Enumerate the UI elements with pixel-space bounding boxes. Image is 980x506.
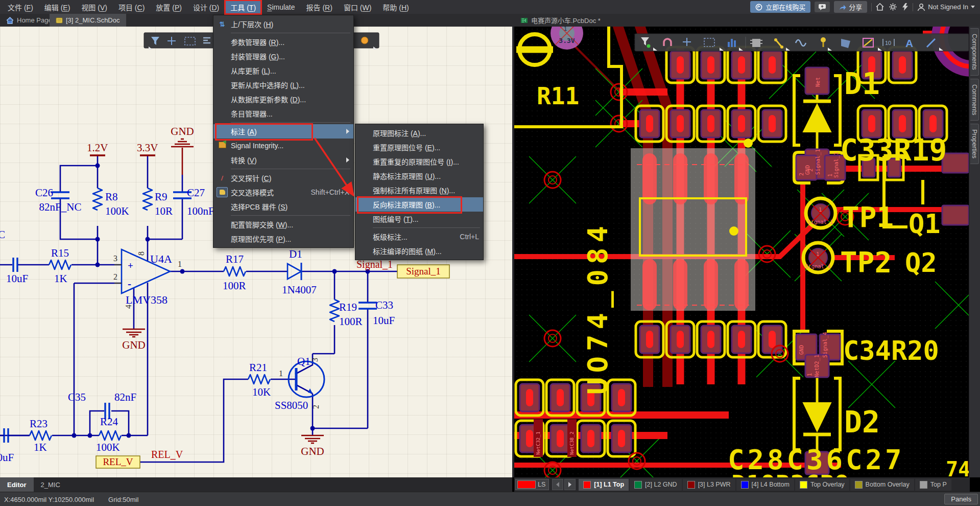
gear-icon[interactable] <box>889 3 897 11</box>
svg-text:3.3V: 3.3V <box>137 142 158 154</box>
layer-tab-[3] L3 PWR[interactable]: [3] L3 PWR <box>683 479 735 491</box>
menu-item-配置管脚交换[interactable]: 配置管脚交换 (W)... <box>213 217 353 232</box>
feedback-button[interactable] <box>815 2 830 12</box>
menu-separator <box>373 227 480 228</box>
layer-tab-strip: LS [1] L1 Top[2] L2 GND[3] L3 PWR[4] L4 … <box>514 477 970 492</box>
menu-separator <box>231 33 350 33</box>
home-icon[interactable] <box>876 3 884 11</box>
menu-视图[interactable]: 视图 (V) <box>76 1 112 14</box>
svg-text:GND: GND <box>301 445 324 457</box>
menu-item-静态标注原理图[interactable]: 静态标注原理图 (U)... <box>355 169 483 183</box>
titlebar-right-cluster: 立即在线购买 分享 <box>750 1 980 13</box>
svg-text:1.2V: 1.2V <box>87 142 108 154</box>
layer-tab-[2] L2 GND[interactable]: [2] L2 GND <box>630 479 682 491</box>
doc-tab-[3] 2_MIC.SchDoc[interactable]: [3] 2_MIC.SchDoc <box>50 14 126 27</box>
pcb-editor-pane[interactable]: R11 UO74_084 D1 C33R19 TP1 Q1 TP2 Q2 C34… <box>514 27 969 477</box>
doc-tab-电赛声源小车.PcbDoc *[interactable]: 电赛声源小车.PcbDoc * <box>514 14 607 27</box>
panel-tab-components[interactable]: Components <box>970 28 979 76</box>
menu-文件[interactable]: 文件 (F) <box>3 1 38 14</box>
svg-text:Signal_1: Signal_1 <box>815 149 821 175</box>
menu-item-从数据库更新参数[interactable]: 从数据库更新参数 (D)... <box>213 92 353 106</box>
svg-text:100R: 100R <box>223 280 246 292</box>
menu-项目[interactable]: 项目 (C) <box>113 1 150 14</box>
svg-text:Q1: Q1 <box>297 355 310 367</box>
menu-item-更新从库中选择的[interactable]: 更新从库中选择的 (L)... <box>213 78 353 92</box>
menu-item-重置重复的原理图位号[interactable]: 重置重复的原理图位号 (I)... <box>355 154 483 169</box>
svg-text:R9: R9 <box>155 191 168 203</box>
layer-tab-Top P[interactable]: Top P <box>915 479 951 491</box>
menu-工具[interactable]: 工具 (T) <box>225 1 261 14</box>
menu-item-标注[interactable]: 标注 (A) <box>213 124 353 139</box>
menu-编辑[interactable]: 编辑 (E) <box>39 1 76 14</box>
buy-online-button[interactable]: 立即在线购买 <box>750 1 810 13</box>
svg-text:D1: D1 <box>844 66 880 101</box>
svg-text:3: 3 <box>310 358 319 362</box>
svg-text:Q1: Q1 <box>909 209 941 239</box>
share-button[interactable]: 分享 <box>834 1 867 13</box>
panel-tab-properties[interactable]: Properties <box>970 124 979 164</box>
menu-item-条目管理器...[interactable]: 条目管理器... <box>213 106 353 121</box>
svg-text:C27: C27 <box>187 187 205 199</box>
svg-text:Signal_4: Signal_4 <box>822 332 828 358</box>
menu-窗口[interactable]: 窗口 (W) <box>339 1 376 14</box>
menu-item-强制标注所有原理图[interactable]: 强制标注所有原理图 (N)... <box>355 183 483 197</box>
svg-text:C35: C35 <box>68 391 86 403</box>
layer-scroll-right-button[interactable] <box>564 479 576 490</box>
menu-报告[interactable]: 报告 (R) <box>301 1 338 14</box>
svg-text:10R: 10R <box>155 205 173 217</box>
home-icon <box>6 17 14 24</box>
menu-item-标注编译的图纸[interactable]: 标注编译的图纸 (M)... <box>355 244 483 258</box>
svg-text:D19R26R9: D19R26R9 <box>731 470 849 477</box>
menu-item-重置原理图位号[interactable]: 重置原理图位号 (E)... <box>355 140 483 154</box>
menu-item-参数管理器[interactable]: 参数管理器 (R)... <box>213 35 353 49</box>
menu-设计[interactable]: 设计 (D) <box>188 1 224 14</box>
svg-text:R15: R15 <box>51 247 69 259</box>
layer-tab-[4] L4 Bottom[interactable]: [4] L4 Bottom <box>736 479 794 491</box>
layer-scroll-left-button[interactable] <box>552 479 563 490</box>
svg-text:R8: R8 <box>105 191 118 203</box>
bottom-tab-Editor[interactable]: Editor <box>0 477 34 492</box>
menu-item-Signal Integrity...[interactable]: Signal Integrity... <box>213 139 353 153</box>
panel-tab-comments[interactable]: Comments <box>970 79 979 121</box>
svg-text:NetC38_2: NetC38_2 <box>569 431 575 455</box>
menu-separator <box>231 169 350 169</box>
menu-item-板级标注...[interactable]: 板级标注...Ctrl+L <box>355 229 483 244</box>
menu-item-原理图标注[interactable]: 原理图标注 (A)... <box>355 126 483 140</box>
menu-item-从库更新[interactable]: 从库更新 (L)... <box>213 63 353 78</box>
flash-icon[interactable] <box>902 3 909 11</box>
menu-放置[interactable]: 放置 (P) <box>151 1 187 14</box>
menu-帮助[interactable]: 帮助 (H) <box>377 1 414 14</box>
menu-item-反向标注原理图[interactable]: 反向标注原理图 (B)... <box>355 197 483 212</box>
svg-text:2: 2 <box>798 173 804 176</box>
menu-item-选择PCB 器件[interactable]: 选择PCB 器件 (S) <box>213 199 353 214</box>
menu-item-转换[interactable]: 转换 (V) <box>213 153 353 167</box>
menu-item-交叉探针[interactable]: /交叉探针 (C) <box>213 171 353 185</box>
layer-set-chip[interactable]: LS <box>515 479 549 490</box>
panels-button[interactable]: Panels <box>944 494 978 504</box>
svg-text:R21: R21 <box>249 361 267 374</box>
probe-icon: / <box>213 174 231 182</box>
menu-item-图纸编号[interactable]: 图纸编号 (T)... <box>355 212 483 226</box>
svg-text:SS8050: SS8050 <box>275 399 308 411</box>
sign-in-menu[interactable]: Not Signed In <box>917 3 975 11</box>
svg-text:82nF_NC: 82nF_NC <box>39 201 82 213</box>
svg-text:GND: GND <box>798 345 804 355</box>
layer-tab-Bottom Overlay[interactable]: Bottom Overlay <box>850 479 914 491</box>
pcb-toolbar[interactable]: 10 A <box>635 34 969 51</box>
tools-menu: ⇅上/下层次 (H)参数管理器 (R)...封装管理器 (G)...从库更新 (… <box>213 15 354 248</box>
layer-tab-[1] L1 Top[interactable]: [1] L1 Top <box>579 479 629 491</box>
svg-text:3: 3 <box>113 254 117 263</box>
menu-item-上/下层次[interactable]: ⇅上/下层次 (H) <box>213 17 353 31</box>
chevron-down-icon <box>971 6 975 8</box>
status-bar: X:4650.000mil Y:10250.000mil Grid:50mil … <box>0 492 980 506</box>
svg-text:10: 10 <box>885 40 891 46</box>
menu-item-原理图优先项[interactable]: 原理图优先项 (P)... <box>213 232 353 246</box>
menu-item-交叉选择模式[interactable]: 交叉选择模式Shift+Ctrl+X <box>213 185 353 199</box>
layer-tab-Top Overlay[interactable]: Top Overlay <box>795 479 849 491</box>
menu-Simulate[interactable]: Simulate <box>262 2 300 13</box>
svg-text:R24: R24 <box>100 416 118 428</box>
bottom-tab-2_MIC[interactable]: 2_MIC <box>34 477 67 492</box>
svg-text:Net: Net <box>815 77 821 87</box>
svg-text:1K: 1K <box>54 272 67 285</box>
menu-item-封装管理器[interactable]: 封装管理器 (G)... <box>213 49 353 63</box>
